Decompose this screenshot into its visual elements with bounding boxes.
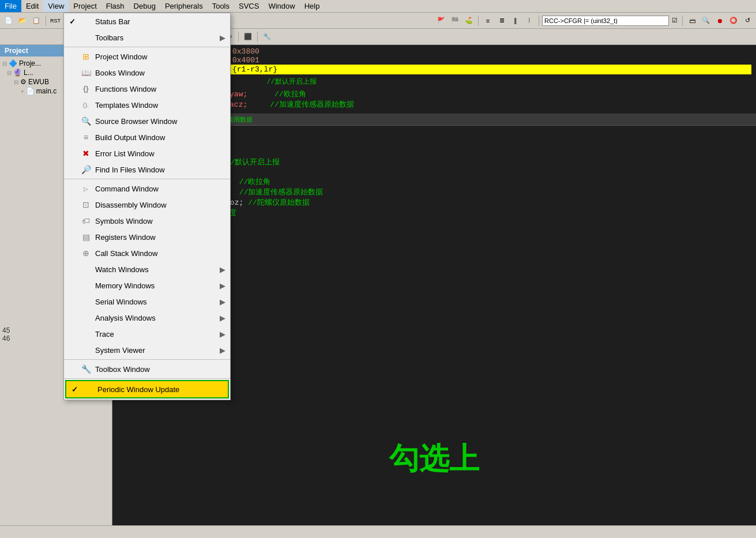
call-stack-icon: ⊕: [80, 247, 92, 259]
command-window-label: Command Window: [95, 185, 225, 193]
disassembly-window-icon: ⊡: [80, 199, 92, 210]
toolbars-icon: [80, 32, 92, 43]
toolbars-arrow: ▶: [220, 33, 225, 42]
toolbar-expression-input[interactable]: [542, 16, 669, 26]
toolbar-flag2[interactable]: 🏁: [449, 14, 461, 27]
menu-debug[interactable]: Debug: [129, 0, 160, 12]
menu-window[interactable]: Window: [264, 0, 299, 12]
menu-peripherals[interactable]: Peripherals: [160, 0, 208, 12]
menu-edit[interactable]: Edit: [21, 0, 43, 12]
menu-sep-4: [64, 378, 230, 379]
toolbar-stop[interactable]: ⭕: [727, 14, 740, 27]
menu-system-viewer[interactable]: System Viewer ▶: [64, 342, 230, 358]
menu-find-in-files-window[interactable]: 🔎 Find In Files Window: [64, 161, 230, 178]
menu-toolbox-window[interactable]: 🔧 Toolbox Window: [64, 361, 230, 377]
toolbox-window-icon: 🔧: [80, 363, 92, 375]
menu-project-window[interactable]: ⊞ Project Window: [64, 48, 230, 65]
toolbar-indent1[interactable]: ≡: [482, 14, 494, 27]
menu-functions-window[interactable]: {} Functions Window: [64, 81, 230, 97]
toolbar-open[interactable]: 📂: [16, 14, 29, 27]
periodic-update-label: Periodic Window Update: [97, 385, 223, 394]
menu-books-window[interactable]: 📖 Books Window: [64, 65, 230, 81]
toolbar-mem2[interactable]: 🔍: [699, 14, 712, 27]
menu-symbols-window[interactable]: 🏷 Symbols Window: [64, 213, 230, 229]
toolbar-sep-3: [478, 16, 479, 26]
status-bar: [0, 525, 756, 538]
project-window-icon: ⊞: [80, 51, 92, 62]
menu-call-stack-window[interactable]: ⊕ Call Stack Window: [64, 245, 230, 261]
templates-window-label: Templates Window: [95, 101, 225, 110]
trace-label: Trace: [95, 330, 216, 338]
books-window-label: Books Window: [95, 69, 225, 77]
source-browser-label: Source Browser Window: [95, 117, 225, 126]
toolbar-check[interactable]: ☑: [670, 14, 679, 27]
toolbar-flag3[interactable]: ⛳: [462, 14, 475, 27]
toolbar-indent4[interactable]: ⁝: [523, 14, 536, 27]
toolbar-indent3[interactable]: ‖: [509, 14, 522, 27]
system-viewer-arrow: ▶: [220, 346, 225, 355]
project-sub2-label: EWUB: [28, 78, 49, 86]
menu-trace[interactable]: Trace ▶: [64, 326, 230, 342]
toolbar-new[interactable]: 📄: [2, 14, 15, 27]
menu-serial-windows[interactable]: Serial Windows ▶: [64, 294, 230, 310]
project-root-label: Proje...: [19, 59, 41, 67]
serial-windows-icon: [80, 296, 92, 307]
menu-periodic-window-update[interactable]: ✓ Periodic Window Update: [65, 380, 229, 398]
trace-arrow: ▶: [220, 330, 225, 338]
menu-svcs[interactable]: SVCS: [234, 0, 264, 12]
toolbar-mem1[interactable]: 🗃: [686, 14, 698, 27]
view-dropdown-menu: ✓ Status Bar Toolbars ▶ ⊞ Project Window…: [63, 13, 231, 400]
watch-windows-icon: [80, 264, 92, 275]
toolbar-sep-1: [46, 16, 46, 26]
toolbar-flag1[interactable]: 🚩: [435, 14, 447, 27]
menu-templates-window[interactable]: (). Templates Window: [64, 97, 230, 113]
toolbar-copy[interactable]: 📋: [30, 14, 43, 27]
functions-window-label: Functions Window: [95, 85, 225, 93]
memory-windows-icon: [80, 280, 92, 291]
find-in-files-label: Find In Files Window: [95, 165, 225, 174]
menu-disassembly-window[interactable]: ⊡ Disassembly Window: [64, 197, 230, 213]
menu-file[interactable]: File: [0, 0, 21, 12]
analysis-windows-arrow: ▶: [220, 314, 225, 322]
tb2-btn9[interactable]: 🔧: [261, 31, 273, 43]
menu-toolbars[interactable]: Toolbars ▶: [64, 29, 230, 46]
disassembly-window-label: Disassembly Window: [95, 201, 225, 209]
tb2-btn8[interactable]: ⬛: [242, 31, 254, 43]
system-viewer-label: System Viewer: [95, 346, 216, 355]
menu-tools[interactable]: Tools: [208, 0, 234, 12]
menu-sep-2: [64, 179, 230, 179]
menu-status-bar[interactable]: ✓ Status Bar: [64, 13, 230, 29]
functions-window-icon: {}: [80, 83, 92, 95]
menu-memory-windows[interactable]: Memory Windows ▶: [64, 277, 230, 294]
menu-view[interactable]: View: [43, 0, 69, 12]
toolbar-indent2[interactable]: ≣: [495, 14, 508, 27]
menu-help[interactable]: Help: [300, 0, 325, 12]
status-bar-check: ✓: [67, 17, 77, 26]
menu-registers-window[interactable]: ▤ Registers Window: [64, 229, 230, 245]
memory-windows-arrow: ▶: [220, 281, 225, 290]
tb2-sep4: [257, 32, 258, 42]
toolbar-run[interactable]: ⏺: [713, 14, 726, 27]
menu-analysis-windows[interactable]: Analysis Windows ▶: [64, 310, 230, 326]
registers-window-icon: ▤: [80, 231, 92, 243]
periodic-update-icon: [82, 383, 94, 395]
menu-flash[interactable]: Flash: [101, 0, 129, 12]
menu-source-browser-window[interactable]: 🔍 Source Browser Window: [64, 113, 230, 129]
status-bar-label: Status Bar: [95, 17, 225, 26]
menu-bar: File Edit View Project Flash Debug Perip…: [0, 0, 756, 13]
toolbar-undo[interactable]: RST: [49, 14, 62, 27]
toolbar-sep-5: [682, 16, 683, 26]
menu-watch-windows[interactable]: Watch Windows ▶: [64, 261, 230, 277]
symbols-window-icon: 🏷: [80, 215, 92, 227]
serial-windows-label: Serial Windows: [95, 298, 216, 306]
menu-command-window[interactable]: ▷ Command Window: [64, 180, 230, 197]
books-window-icon: 📖: [80, 67, 92, 78]
project-window-label: Project Window: [95, 52, 225, 61]
menu-project[interactable]: Project: [69, 0, 101, 12]
call-stack-label: Call Stack Window: [95, 249, 225, 258]
menu-build-output-window[interactable]: ≡ Build Output Window: [64, 129, 230, 145]
toolbar-more[interactable]: ↺: [741, 14, 754, 27]
menu-error-list-window[interactable]: ✖ Error List Window: [64, 145, 230, 161]
registers-window-label: Registers Window: [95, 233, 225, 242]
serial-windows-arrow: ▶: [220, 298, 225, 306]
